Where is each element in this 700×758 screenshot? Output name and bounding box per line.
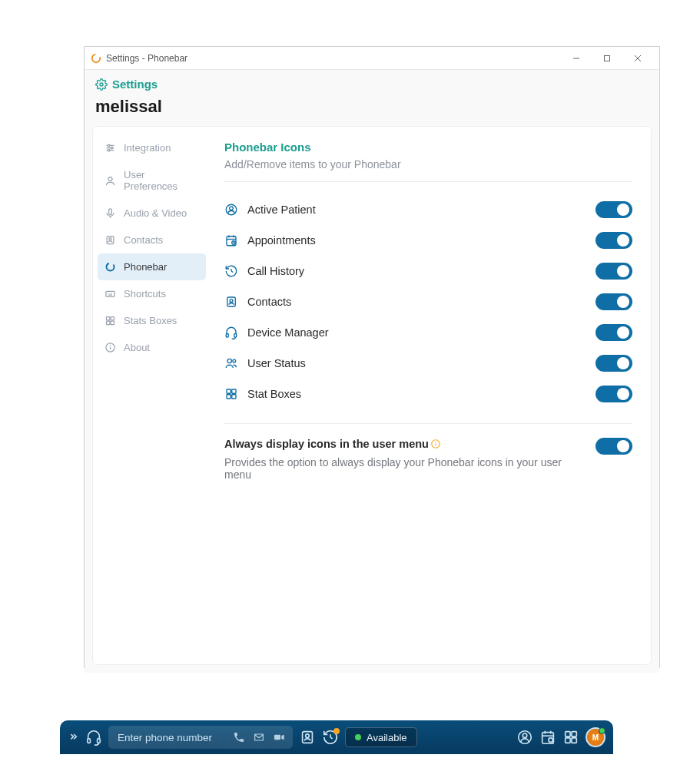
svg-rect-2: [605, 55, 610, 61]
toggle-list: Active Patient Appointments Call History: [224, 182, 632, 423]
sidebar-item-label: Integration: [124, 142, 171, 154]
option-always-display: Always display icons in the user menu Pr…: [224, 424, 632, 481]
sidebar-item-shortcuts[interactable]: Shortcuts: [98, 280, 206, 307]
info-icon[interactable]: [430, 439, 441, 449]
svg-rect-25: [107, 321, 110, 324]
phone-icon[interactable]: [233, 731, 245, 743]
settings-window: Settings - Phonebar Settings melissal: [84, 46, 660, 668]
grid-icon: [224, 387, 238, 401]
sidebar-item-label: User Preferences: [124, 169, 199, 192]
headset-icon[interactable]: [85, 729, 102, 746]
sidebar-item-about[interactable]: About: [98, 334, 206, 361]
svg-point-11: [108, 149, 110, 151]
window-title: Settings - Phonebar: [106, 53, 187, 64]
maximize-button[interactable]: [592, 48, 622, 69]
svg-rect-13: [109, 209, 112, 215]
option-desc: Provides the option to always display yo…: [224, 456, 562, 481]
calendar-icon: [224, 233, 238, 247]
contact-card-icon: [224, 295, 238, 309]
presence-dot: [355, 734, 361, 740]
status-selector[interactable]: Available: [345, 727, 417, 747]
window-header: Settings melissal: [85, 70, 659, 126]
phone-input[interactable]: [118, 732, 225, 743]
contacts-icon: [105, 234, 116, 246]
sidebar-item-stats-boxes[interactable]: Stats Boxes: [98, 307, 206, 334]
toggle-contacts[interactable]: [595, 293, 632, 310]
toggle-user-status[interactable]: [595, 355, 632, 372]
svg-rect-26: [111, 321, 114, 324]
settings-heading: Settings: [95, 78, 649, 91]
headset-icon: [224, 326, 238, 339]
info-icon: [105, 342, 116, 353]
toggle-row-call-history: Call History: [224, 256, 632, 286]
avatar-letter: M: [592, 733, 599, 742]
svg-rect-69: [566, 732, 570, 736]
section-title: Phonebar Icons: [224, 141, 632, 154]
svg-point-68: [549, 738, 553, 743]
status-label: Available: [367, 732, 407, 743]
video-icon[interactable]: [273, 731, 285, 743]
toggle-row-active-patient: Active Patient: [224, 194, 632, 225]
user-icon: [105, 175, 116, 187]
svg-rect-71: [566, 738, 570, 743]
svg-rect-72: [572, 738, 576, 743]
sidebar-item-phonebar[interactable]: Phonebar: [98, 253, 206, 280]
toggle-device-manager[interactable]: [595, 324, 632, 341]
toggle-row-user-status: User Status: [224, 348, 632, 379]
active-patient-icon[interactable]: [516, 729, 533, 746]
svg-rect-24: [111, 317, 114, 320]
toggle-active-patient[interactable]: [595, 201, 632, 218]
svg-rect-43: [226, 334, 228, 338]
svg-point-9: [108, 144, 110, 147]
integration-icon: [105, 142, 116, 154]
svg-point-31: [230, 207, 234, 210]
minimize-button[interactable]: [561, 48, 592, 69]
toggle-row-appointments: Appointments: [224, 225, 632, 256]
patient-icon: [224, 203, 238, 217]
sidebar-item-label: About: [124, 342, 150, 353]
svg-rect-56: [274, 735, 280, 740]
close-button[interactable]: [622, 48, 653, 69]
svg-rect-70: [572, 732, 576, 736]
sidebar-item-integration[interactable]: Integration: [98, 134, 206, 161]
svg-point-46: [233, 359, 236, 362]
mail-icon[interactable]: [253, 731, 265, 743]
sidebar-item-user-preferences[interactable]: User Preferences: [98, 161, 206, 200]
svg-rect-49: [227, 395, 231, 399]
sidebar-item-label: Contacts: [124, 234, 163, 246]
sidebar-item-audio-video[interactable]: Audio & Video: [98, 200, 206, 227]
microphone-icon: [105, 207, 116, 219]
svg-rect-54: [88, 739, 91, 743]
appointments-icon[interactable]: [539, 729, 556, 746]
toggle-row-contacts: Contacts: [224, 286, 632, 317]
toggle-always-display[interactable]: [595, 438, 632, 455]
svg-line-61: [330, 737, 333, 739]
app-logo-icon: [91, 53, 101, 64]
toggle-label: Call History: [247, 265, 586, 277]
svg-rect-47: [227, 389, 231, 393]
sidebar-item-contacts[interactable]: Contacts: [98, 227, 206, 253]
toggle-call-history[interactable]: [595, 263, 632, 280]
contacts-icon[interactable]: [299, 729, 316, 746]
svg-point-63: [523, 733, 527, 738]
users-icon: [224, 356, 238, 370]
keyboard-icon: [105, 288, 116, 300]
svg-rect-44: [234, 334, 237, 338]
username: melissal: [95, 97, 649, 117]
sidebar-item-label: Stats Boxes: [124, 315, 177, 326]
toggle-appointments[interactable]: [595, 232, 632, 249]
avatar[interactable]: M: [586, 727, 605, 747]
phonebar-icon: [105, 261, 116, 273]
stat-boxes-icon[interactable]: [562, 729, 579, 746]
svg-rect-48: [232, 389, 236, 393]
svg-marker-57: [281, 735, 284, 740]
option-title: Always display icons in the user menu: [224, 438, 429, 450]
toggle-label: Stat Boxes: [247, 388, 586, 400]
history-icon: [224, 264, 238, 278]
toggle-stat-boxes[interactable]: [595, 386, 632, 402]
expand-icon[interactable]: [68, 732, 79, 743]
settings-main: Phonebar Icons Add/Remove items to your …: [211, 127, 651, 664]
call-history-icon[interactable]: [322, 729, 339, 746]
svg-point-42: [230, 300, 233, 303]
sidebar-item-label: Audio & Video: [124, 207, 187, 219]
